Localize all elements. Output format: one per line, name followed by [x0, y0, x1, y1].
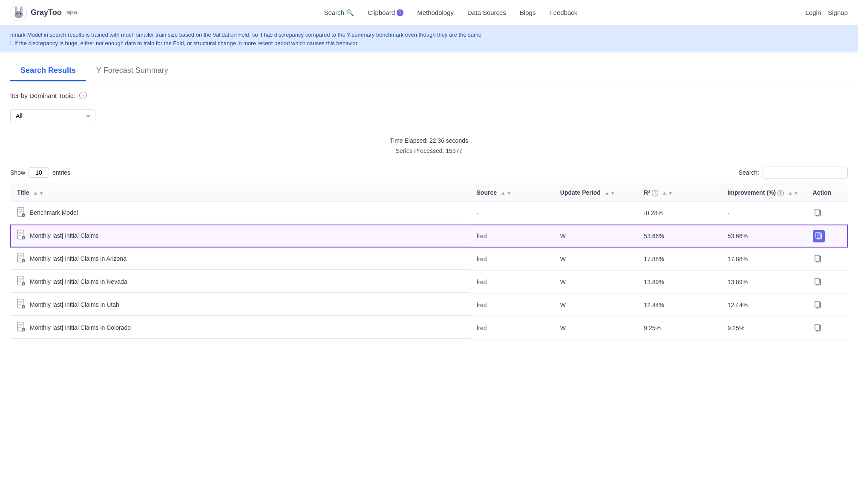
row-action[interactable] [806, 248, 848, 271]
copy-to-clipboard-button[interactable] [813, 230, 825, 242]
nav-data-sources-label: Data Sources [467, 9, 506, 16]
row-period: W [553, 225, 637, 248]
signup-link[interactable]: Signup [828, 9, 848, 16]
th-period[interactable]: Update Period ▲▼ [553, 184, 637, 202]
row-action[interactable] [806, 294, 848, 317]
nav-clipboard[interactable]: Clipboard 1 [368, 9, 403, 16]
svg-point-5 [14, 11, 23, 18]
row-source: fred [470, 271, 553, 294]
th-source[interactable]: Source ▲▼ [470, 184, 553, 202]
copy-to-clipboard-button[interactable] [813, 253, 823, 265]
row-r2: 9.25% [637, 317, 720, 340]
svg-text:A: A [23, 237, 25, 239]
dominant-topic-select[interactable]: All [10, 109, 95, 122]
row-improvement: 53.66% [721, 225, 806, 248]
time-elapsed-line1: Time Elapsed: 22.36 seconds [10, 136, 848, 146]
tabs-bar: Search Results Y Forecast Summary [0, 61, 858, 81]
row-title-text: Monthly last| Initial Claims [30, 232, 99, 239]
r2-info-icon[interactable]: i [652, 190, 658, 196]
th-title[interactable]: Title ▲▼ [10, 184, 470, 202]
row-source: fred [470, 294, 553, 317]
row-title-text: Benchmark Model [30, 209, 78, 216]
series-processed: Series Processed: 15977 [10, 146, 848, 156]
row-r2: 12.44% [637, 294, 720, 317]
row-action[interactable] [806, 202, 848, 225]
clipboard-badge: 1 [397, 9, 403, 16]
sort-icon-title: ▲▼ [32, 190, 44, 196]
improvement-info-icon[interactable]: i [777, 190, 784, 196]
svg-text:A: A [23, 260, 25, 262]
row-action[interactable] [806, 317, 848, 340]
sort-icon-source: ▲▼ [500, 190, 512, 196]
svg-rect-18 [816, 232, 820, 238]
document-icon: A [17, 207, 26, 219]
main-content: lter by Dominant Topic: i All Time Elaps… [0, 81, 858, 350]
tab-forecast-summary[interactable]: Y Forecast Summary [86, 61, 179, 81]
tab-search-results[interactable]: Search Results [10, 61, 86, 81]
th-action: Action [806, 184, 848, 202]
copy-to-clipboard-button[interactable] [813, 276, 823, 288]
table-row[interactable]: A Monthly last| Initial Claims in Utah f… [10, 294, 848, 317]
row-icon-title-cell: A Monthly last| Initial Claims [10, 225, 470, 247]
svg-rect-33 [815, 301, 819, 307]
logo-alpha: alpha [65, 10, 79, 15]
table-controls: Show entries Search: [10, 167, 848, 179]
row-title-text: Monthly last| Initial Claims in Colorado [30, 324, 131, 331]
th-r2[interactable]: R² i ▲▼ [637, 184, 720, 202]
table-row[interactable]: A Monthly last| Initial Claims in Arizon… [10, 248, 848, 271]
nav-methodology-label: Methodology [417, 9, 454, 16]
svg-rect-38 [815, 324, 819, 330]
svg-rect-13 [815, 209, 819, 215]
document-icon: A [17, 322, 26, 333]
nav-data-sources[interactable]: Data Sources [467, 9, 506, 16]
table-search-input[interactable] [763, 167, 848, 179]
row-action[interactable] [806, 271, 848, 294]
row-r2: 17.88% [637, 248, 720, 271]
row-source: fred [470, 317, 553, 340]
nav-blogs[interactable]: Blogs [520, 9, 536, 16]
table-row[interactable]: A Monthly last| Initial Claims in Colora… [10, 317, 848, 340]
row-source: - [470, 202, 553, 225]
nav-auth: Login Signup [806, 9, 848, 16]
navbar: GrayTooalpha Search 🔍 Clipboard 1 Method… [0, 0, 858, 26]
table-row[interactable]: A Benchmark Model - -0.28% - [10, 202, 848, 225]
row-title-text: Monthly last| Initial Claims in Utah [30, 301, 119, 308]
svg-point-8 [18, 15, 19, 16]
time-elapsed: Time Elapsed: 22.36 seconds Series Proce… [10, 136, 848, 156]
table-row[interactable]: A Monthly last| Initial Claims in Nevada… [10, 271, 848, 294]
nav-clipboard-label: Clipboard [368, 9, 395, 16]
row-source: fred [470, 248, 553, 271]
copy-to-clipboard-button[interactable] [813, 322, 823, 334]
filter-label: lter by Dominant Topic: [10, 92, 75, 99]
row-r2: 53.66% [637, 225, 720, 248]
logo-icon [10, 4, 27, 21]
row-r2: 13.89% [637, 271, 720, 294]
svg-point-7 [20, 13, 21, 14]
nav-search[interactable]: Search 🔍 [324, 9, 354, 17]
row-period [553, 202, 637, 225]
logo[interactable]: GrayTooalpha [10, 4, 79, 21]
copy-to-clipboard-button[interactable] [813, 207, 823, 219]
show-entries: Show entries [10, 167, 70, 178]
nav-links: Search 🔍 Clipboard 1 Methodology Data So… [96, 9, 805, 17]
login-link[interactable]: Login [806, 9, 821, 16]
table-search-area: Search: [739, 167, 848, 179]
row-icon-title-cell: A Monthly last| Initial Claims in Arizon… [10, 248, 470, 270]
nav-feedback[interactable]: Feedback [549, 9, 577, 16]
sort-icon-improvement: ▲▼ [787, 190, 799, 196]
filter-info-icon[interactable]: i [79, 92, 87, 99]
row-period: W [553, 248, 637, 271]
row-icon-title-cell: A Monthly last| Initial Claims in Colora… [10, 317, 470, 339]
copy-to-clipboard-button[interactable] [813, 299, 823, 311]
row-icon-title-cell: A Benchmark Model [10, 202, 470, 224]
table-row[interactable]: A Monthly last| Initial Claims fred W 53… [10, 225, 848, 248]
row-improvement: 12.44% [721, 294, 806, 317]
nav-methodology[interactable]: Methodology [417, 9, 454, 16]
row-period: W [553, 294, 637, 317]
table-body: A Benchmark Model - -0.28% - [10, 202, 848, 340]
nav-blogs-label: Blogs [520, 9, 536, 16]
row-action[interactable] [806, 225, 848, 248]
entries-input[interactable] [29, 167, 49, 178]
th-improvement[interactable]: Improvement (%) i ▲▼ [721, 184, 806, 202]
row-title-text: Monthly last| Initial Claims in Arizona [30, 255, 127, 262]
